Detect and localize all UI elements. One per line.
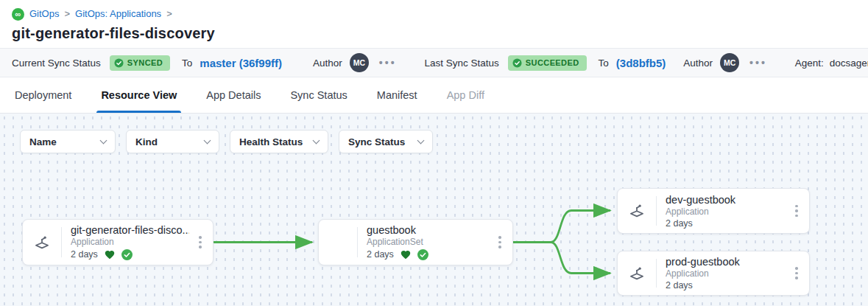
filter-label: Health Status (239, 136, 303, 147)
node-kebab-menu-icon[interactable] (492, 236, 508, 248)
chevron-down-icon (313, 137, 320, 145)
last-to-label: To (599, 58, 609, 69)
node-kind: Application (666, 268, 786, 279)
current-author-avatar: MC (350, 53, 369, 72)
filter-dropdown-sync-status[interactable]: Sync Status (339, 130, 433, 153)
node-age: 2 days (666, 219, 693, 229)
current-revision-link[interactable]: master (36f99ff) (200, 57, 282, 69)
node-age: 2 days (367, 250, 394, 260)
graph-node-dev-guestbook[interactable]: dev-guestbook Application 2 days (617, 188, 810, 234)
application-resource-icon (618, 264, 656, 283)
graph-node-guestbook[interactable]: guestbook ApplicationSet 2 days (318, 219, 513, 265)
page-header: ∞ GitOps > GitOps: Applications > git-ge… (0, 0, 868, 48)
edge-guestbook-to-prod (512, 243, 610, 274)
resource-graph-canvas: Name Kind Health Status Sync Status (0, 114, 868, 306)
breadcrumb-link-gitops[interactable]: GitOps (29, 7, 59, 21)
node-kebab-menu-icon[interactable] (192, 236, 208, 248)
chevron-down-icon (417, 137, 425, 145)
app-tabs: Deployment Resource View App Details Syn… (0, 77, 868, 114)
node-body: prod-guestbook Application 2 days (657, 250, 788, 296)
gitops-infinity-icon: ∞ (12, 8, 24, 21)
node-body: dev-guestbook Application 2 days (657, 188, 788, 234)
filter-label: Name (29, 136, 57, 147)
node-title: git-generator-files-disco... (71, 224, 189, 236)
filter-dropdown-kind[interactable]: Kind (126, 130, 219, 153)
application-resource-icon (23, 233, 61, 252)
node-kind: ApplicationSet (367, 237, 489, 247)
breadcrumb-link-applications[interactable]: GitOps: Applications (75, 7, 161, 21)
succeeded-status-badge: SUCCEEDED (508, 55, 587, 71)
last-sync-status-label: Last Sync Status (425, 58, 499, 69)
synced-check-icon (417, 249, 428, 260)
graph-filter-bar: Name Kind Health Status Sync Status (20, 130, 433, 153)
node-title: guestbook (367, 224, 489, 236)
synced-status-badge: SYNCED (110, 55, 170, 71)
breadcrumb-separator: > (64, 7, 70, 21)
last-more-menu-icon[interactable]: ••• (749, 57, 767, 69)
graph-node-prod-guestbook[interactable]: prod-guestbook Application 2 days (617, 251, 810, 296)
graph-node-git-generator-files-discovery[interactable]: git-generator-files-disco... Application… (22, 219, 214, 265)
node-kind: Application (71, 237, 189, 247)
tab-deployment[interactable]: Deployment (0, 77, 86, 113)
current-sync-status-label: Current Sync Status (12, 58, 101, 69)
succeeded-badge-label: SUCCEEDED (526, 58, 579, 67)
current-more-menu-icon[interactable]: ••• (379, 57, 397, 69)
filter-label: Kind (135, 136, 158, 147)
node-title: prod-guestbook (666, 256, 786, 268)
node-body: git-generator-files-disco... Application… (62, 218, 192, 266)
breadcrumb: ∞ GitOps > GitOps: Applications > (12, 7, 856, 21)
current-to-label: To (182, 58, 192, 69)
tab-app-details[interactable]: App Details (191, 77, 275, 113)
node-kebab-menu-icon[interactable] (788, 205, 805, 218)
check-circle-icon (114, 58, 124, 68)
node-body: guestbook ApplicationSet 2 days (358, 218, 492, 266)
breadcrumb-separator: > (166, 7, 172, 21)
sync-status-bar: Current Sync Status SYNCED To master (36… (0, 48, 868, 77)
filter-label: Sync Status (348, 136, 405, 147)
filter-dropdown-name[interactable]: Name (20, 130, 116, 153)
agent-label: Agent: (795, 58, 824, 69)
tab-manifest[interactable]: Manifest (362, 77, 432, 113)
current-author-label: Author (313, 58, 342, 69)
application-resource-icon (618, 201, 656, 220)
last-author-label: Author (683, 58, 713, 69)
filter-dropdown-health-status[interactable]: Health Status (230, 130, 328, 153)
tab-app-diff: App Diff (432, 77, 499, 113)
gitops-app-page: ∞ GitOps > GitOps: Applications > git-ge… (0, 0, 868, 306)
node-age: 2 days (666, 281, 693, 291)
tab-sync-status[interactable]: Sync Status (275, 77, 361, 113)
check-circle-icon (512, 58, 522, 68)
last-revision-link[interactable]: (3d8bfb5) (616, 57, 666, 69)
health-heart-icon (104, 249, 116, 260)
node-age: 2 days (71, 250, 98, 260)
health-heart-icon (400, 249, 412, 260)
chevron-down-icon (204, 137, 211, 145)
edge-guestbook-to-dev (512, 211, 610, 243)
last-author-avatar: MC (720, 53, 739, 72)
synced-check-icon (121, 249, 133, 260)
synced-badge-label: SYNCED (127, 58, 163, 67)
tab-resource-view[interactable]: Resource View (86, 77, 191, 113)
chevron-down-icon (100, 137, 107, 145)
node-kebab-menu-icon[interactable] (788, 267, 805, 279)
node-kind: Application (666, 206, 786, 217)
page-title: git-generator-files-discovery (12, 25, 856, 42)
node-title: dev-guestbook (666, 194, 786, 206)
agent-value: docsagent (830, 58, 868, 69)
